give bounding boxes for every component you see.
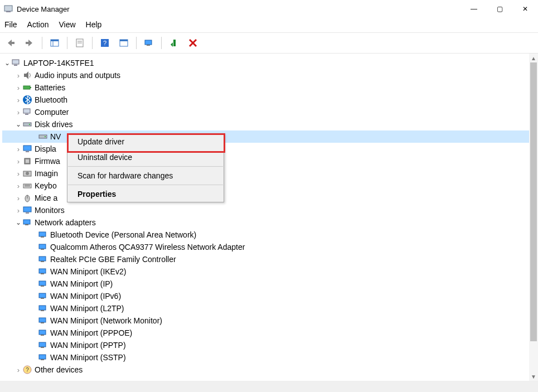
svg-rect-51 — [39, 269, 46, 273]
context-separator — [68, 185, 223, 185]
tree-category-computer[interactable]: Computer — [2, 106, 538, 118]
tree-item[interactable]: WAN Miniport (IPv6) — [2, 290, 538, 302]
tree-label: Computer — [35, 108, 69, 117]
network-adapter-icon — [38, 303, 48, 313]
context-scan-hardware[interactable]: Scan for hardware changes — [67, 168, 224, 183]
expand-icon[interactable] — [14, 120, 22, 128]
context-update-driver[interactable]: Update driver — [67, 134, 224, 149]
svg-rect-3 — [51, 40, 59, 41]
tree-label: Bluetooth — [35, 95, 67, 104]
expand-icon[interactable] — [14, 182, 22, 190]
menu-file[interactable]: File — [4, 20, 17, 29]
expand-icon[interactable] — [14, 157, 22, 166]
expand-icon[interactable] — [14, 219, 22, 226]
svg-rect-12 — [145, 40, 152, 45]
forward-button[interactable] — [21, 35, 38, 51]
drive-icon — [38, 132, 48, 142]
tree-root[interactable]: LAPTOP-14K5TFE1 — [2, 57, 538, 69]
show-hide-tree-button[interactable] — [46, 35, 63, 51]
tree-category-network[interactable]: Network adapters — [2, 216, 538, 229]
tree-label: Monitors — [35, 206, 65, 215]
device-tree[interactable]: LAPTOP-14K5TFE1 Audio inputs and outputs… — [0, 54, 538, 384]
expand-icon[interactable] — [14, 108, 22, 117]
tree-item[interactable]: WAN Miniport (SSTP) — [2, 351, 538, 364]
properties-button[interactable] — [71, 35, 88, 51]
network-adapter-icon — [38, 230, 48, 240]
tree-item[interactable]: WAN Miniport (L2TP) — [2, 302, 538, 314]
tree-label: Keybo — [35, 181, 57, 190]
tree-category-other[interactable]: ? Other devices — [2, 364, 538, 376]
expand-icon[interactable] — [14, 96, 22, 104]
add-hardware-button[interactable] — [166, 35, 182, 51]
svg-rect-56 — [41, 298, 44, 299]
scroll-thumb[interactable] — [530, 62, 537, 341]
close-button[interactable]: ✕ — [512, 0, 538, 18]
scroll-up-button[interactable]: ▲ — [529, 54, 538, 62]
svg-rect-25 — [25, 114, 28, 115]
tree-label: WAN Miniport (PPPOE) — [50, 328, 132, 337]
tree-category-monitors[interactable]: Monitors — [2, 204, 538, 216]
remove-hardware-button[interactable] — [185, 35, 201, 51]
context-properties[interactable]: Properties — [67, 186, 224, 202]
tree-label: WAN Miniport (IKEv2) — [50, 267, 126, 276]
network-icon — [22, 217, 32, 228]
tree-label: Realtek PCIe GBE Family Controller — [50, 255, 176, 264]
tree-item[interactable]: WAN Miniport (Network Monitor) — [2, 314, 538, 327]
svg-rect-13 — [147, 45, 150, 46]
tree-item[interactable]: Realtek PCIe GBE Family Controller — [2, 253, 538, 265]
svg-rect-21 — [23, 86, 30, 89]
maximize-button[interactable]: ▢ — [487, 0, 512, 18]
tree-label: Network adapters — [35, 218, 96, 227]
computer-icon — [11, 58, 21, 68]
svg-rect-31 — [26, 151, 29, 152]
svg-rect-60 — [41, 322, 44, 323]
expand-icon[interactable] — [14, 366, 22, 374]
tree-item[interactable]: WAN Miniport (PPPOE) — [2, 327, 538, 339]
vertical-scrollbar[interactable]: ▲ ▼ — [529, 54, 538, 381]
expand-icon[interactable] — [14, 145, 22, 153]
expand-icon[interactable] — [14, 71, 22, 80]
tree-category-audio[interactable]: Audio inputs and outputs — [2, 69, 538, 81]
svg-rect-65 — [39, 355, 46, 359]
tree-item[interactable]: Bluetooth Device (Personal Area Network) — [2, 229, 538, 241]
mouse-icon — [22, 193, 32, 203]
tree-category-diskdrives[interactable]: Disk drives — [2, 118, 538, 130]
context-uninstall-device[interactable]: Uninstall device — [67, 149, 224, 165]
expand-icon[interactable] — [14, 170, 22, 178]
tree-item[interactable]: WAN Miniport (IKEv2) — [2, 265, 538, 278]
context-separator — [68, 166, 223, 167]
toolbar-separator — [67, 37, 67, 49]
tree-item[interactable]: WAN Miniport (IP) — [2, 278, 538, 290]
network-adapter-icon — [38, 267, 48, 277]
scan-hardware-button[interactable] — [140, 35, 157, 51]
network-adapter-icon — [38, 279, 48, 289]
expand-icon[interactable] — [14, 194, 22, 202]
menu-view[interactable]: View — [59, 20, 75, 29]
minimize-button[interactable]: — — [461, 0, 487, 18]
svg-rect-46 — [41, 236, 44, 238]
expand-icon[interactable] — [14, 206, 22, 215]
svg-rect-54 — [41, 285, 44, 287]
menu-help[interactable]: Help — [86, 20, 102, 29]
tree-label: Displa — [35, 144, 56, 153]
tree-item[interactable]: Qualcomm Atheros QCA9377 Wireless Networ… — [2, 241, 538, 253]
svg-rect-22 — [30, 87, 31, 88]
expand-icon[interactable] — [3, 59, 11, 67]
network-adapter-icon — [38, 291, 48, 301]
tree-label: Qualcomm Atheros QCA9377 Wireless Networ… — [50, 243, 245, 251]
expand-icon[interactable] — [14, 84, 22, 92]
help-button[interactable]: ? — [96, 35, 113, 51]
svg-rect-11 — [120, 40, 128, 41]
back-button[interactable] — [2, 35, 19, 51]
svg-rect-50 — [41, 261, 44, 262]
svg-rect-52 — [41, 273, 44, 274]
action-button[interactable] — [115, 35, 132, 51]
tree-label: WAN Miniport (SSTP) — [50, 353, 126, 362]
tree-category-batteries[interactable]: Batteries — [2, 81, 538, 94]
tree-category-bluetooth[interactable]: Bluetooth — [2, 94, 538, 106]
svg-rect-64 — [41, 347, 44, 348]
menu-action[interactable]: Action — [27, 20, 49, 29]
scroll-down-button[interactable]: ▼ — [529, 372, 538, 381]
svg-rect-55 — [39, 293, 46, 298]
tree-item[interactable]: WAN Miniport (PPTP) — [2, 339, 538, 351]
